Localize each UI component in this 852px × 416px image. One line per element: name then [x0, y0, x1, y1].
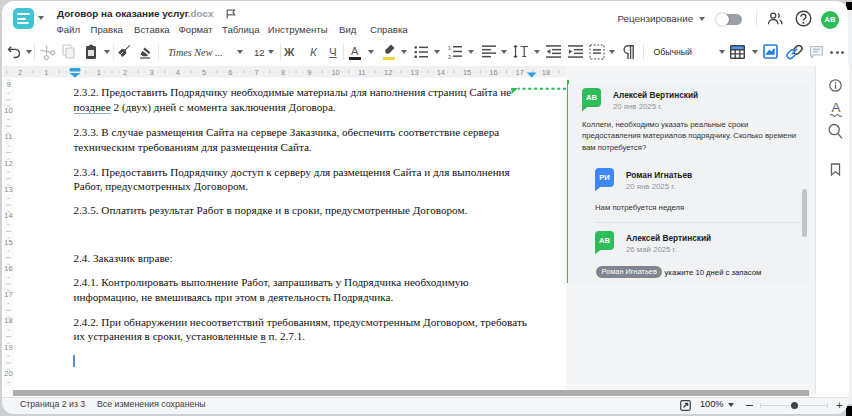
svg-text:16: 16	[489, 68, 497, 77]
svg-text:2: 2	[123, 68, 127, 77]
svg-text:13: 13	[410, 68, 418, 77]
svg-text:19: 19	[4, 343, 12, 352]
svg-text:1: 1	[448, 45, 451, 51]
svg-text:3: 3	[149, 68, 153, 77]
svg-text:17: 17	[4, 290, 12, 299]
svg-text:2: 2	[448, 54, 451, 60]
svg-text:20: 20	[4, 369, 12, 378]
svg-text:1: 1	[97, 68, 101, 77]
svg-text:17: 17	[516, 68, 524, 77]
svg-text:5: 5	[202, 68, 206, 77]
svg-text:18: 18	[542, 68, 550, 77]
svg-text:11: 11	[358, 68, 366, 77]
svg-text:12: 12	[384, 68, 392, 77]
svg-text:10: 10	[4, 106, 12, 115]
svg-text:2: 2	[18, 68, 22, 77]
svg-text:15: 15	[4, 238, 12, 247]
svg-text:13: 13	[4, 185, 12, 194]
svg-text:4: 4	[176, 68, 180, 77]
svg-text:12: 12	[4, 159, 12, 168]
svg-text:16: 16	[4, 264, 12, 273]
svg-text:14: 14	[4, 211, 12, 220]
svg-text:7: 7	[255, 68, 259, 77]
svg-text:8: 8	[281, 68, 285, 77]
svg-text:14: 14	[437, 68, 445, 77]
svg-text:9: 9	[307, 68, 311, 77]
svg-text:6: 6	[228, 68, 232, 77]
svg-text:1: 1	[44, 68, 48, 77]
svg-text:18: 18	[4, 316, 12, 325]
svg-text:9: 9	[6, 80, 10, 89]
svg-text:10: 10	[331, 68, 339, 77]
svg-text:15: 15	[463, 68, 471, 77]
svg-text:A: A	[831, 100, 840, 115]
svg-text:11: 11	[5, 132, 13, 141]
